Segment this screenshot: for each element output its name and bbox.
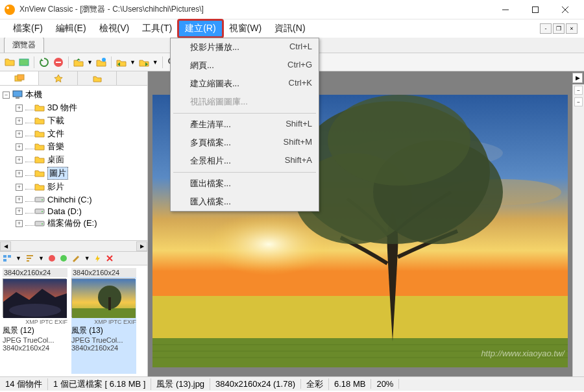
- status-selected: 1 個已選檔案 [ 6.18 MB ]: [48, 378, 151, 390]
- menu-slideshow[interactable]: 投影片播放...Ctrl+L: [171, 38, 319, 56]
- svg-rect-25: [3, 259, 6, 262]
- preview-scrollbar[interactable]: − −: [572, 84, 584, 376]
- tree-scrollbar[interactable]: ◀ ▶: [0, 240, 147, 251]
- thumbnail-list: 3840x2160x24XMP IPTC EXIF風景 (12)JPEG Tru…: [0, 265, 147, 376]
- tree-item[interactable]: +下載: [0, 114, 147, 127]
- menu-view[interactable]: 檢視(V): [93, 20, 136, 37]
- expand-icon[interactable]: +: [16, 208, 23, 215]
- menu-contact-sheet[interactable]: 建立縮圖表...Ctrl+K: [171, 75, 319, 93]
- menu-multipage[interactable]: 多頁檔案...Shift+M: [171, 134, 319, 152]
- scan-icon[interactable]: [18, 56, 30, 68]
- view-icon[interactable]: [3, 254, 12, 262]
- menu-edit[interactable]: 編輯(E): [49, 20, 93, 37]
- menu-video-thumb: 視訊縮圖圖庫...: [171, 93, 319, 111]
- thumb-name: 風景 (12): [3, 325, 67, 336]
- svg-point-27: [60, 255, 67, 262]
- tree-item[interactable]: +音樂: [0, 140, 147, 153]
- expand-icon[interactable]: +: [16, 130, 23, 138]
- svg-rect-21: [35, 221, 44, 226]
- thumb-name: 風景 (13): [71, 325, 136, 336]
- thumbnail-item[interactable]: 3840x2160x24XMP IPTC EXIF風景 (13)JPEG Tru…: [71, 268, 136, 374]
- computer-icon: [12, 90, 23, 100]
- folder-icon: [34, 116, 45, 126]
- expand-icon[interactable]: +: [16, 143, 23, 151]
- tree-item[interactable]: +桌面: [0, 153, 147, 166]
- tree-item[interactable]: +Chihchi (C:): [0, 193, 147, 205]
- window-close-button[interactable]: [550, 0, 580, 19]
- thumb-image: [71, 278, 135, 317]
- delete-icon[interactable]: [106, 254, 114, 262]
- svg-point-18: [42, 199, 43, 201]
- svg-rect-16: [16, 97, 19, 99]
- folder-tree[interactable]: − 本機 +3D 物件+下載+文件+音樂+桌面+圖片+影片+Chihchi (C…: [0, 86, 147, 240]
- watermark-text: http://www.xiaoyao.tw/: [481, 349, 565, 358]
- open-icon[interactable]: [4, 56, 16, 68]
- refresh-icon[interactable]: [38, 56, 50, 68]
- scroll-right-button[interactable]: ▶: [136, 241, 147, 251]
- menu-listing[interactable]: 產生清單...Shift+L: [171, 116, 319, 134]
- tree-item[interactable]: +3D 物件: [0, 101, 147, 114]
- mdi-minimize-button[interactable]: -: [540, 23, 552, 34]
- svg-rect-23: [3, 255, 6, 258]
- tree-item[interactable]: +檔案備份 (E:): [0, 217, 147, 230]
- sort-icon[interactable]: [25, 254, 34, 262]
- svg-point-22: [42, 223, 43, 225]
- up-folder-icon[interactable]: [73, 56, 84, 68]
- panel-toggle-button[interactable]: ▶: [572, 73, 583, 83]
- menu-panorama[interactable]: 全景相片...Shift+A: [171, 152, 319, 170]
- mdi-restore-button[interactable]: ❐: [553, 23, 565, 34]
- tree-root[interactable]: − 本機: [0, 88, 147, 101]
- menu-info[interactable]: 資訊(N): [268, 20, 311, 37]
- expand-icon[interactable]: +: [16, 156, 23, 164]
- menu-window[interactable]: 視窗(W): [223, 20, 269, 37]
- expand-icon[interactable]: +: [16, 184, 23, 191]
- drive-icon: [34, 194, 45, 204]
- tree-item[interactable]: +文件: [0, 127, 147, 140]
- tab-categories[interactable]: [78, 71, 117, 85]
- tab-browser[interactable]: 瀏覽器: [4, 37, 44, 53]
- tree-item[interactable]: +Data (D:): [0, 205, 147, 217]
- menu-create[interactable]: 建立(R): [178, 20, 222, 37]
- tab-favorites[interactable]: [39, 71, 78, 85]
- expand-icon[interactable]: +: [16, 104, 23, 112]
- expand-icon[interactable]: +: [16, 170, 23, 177]
- tool-icon[interactable]: [71, 254, 80, 262]
- scroll-down-button[interactable]: −: [574, 97, 583, 106]
- scroll-up-button[interactable]: −: [574, 86, 583, 95]
- thumb-dimensions: 3840x2160x24: [3, 268, 67, 277]
- filter-red-icon[interactable]: [48, 254, 56, 262]
- svg-rect-24: [8, 255, 11, 258]
- quick-icon[interactable]: [94, 254, 102, 262]
- tab-folders[interactable]: [0, 71, 39, 85]
- status-dimensions: 3840x2160x24 (1.78): [210, 379, 301, 389]
- filter-green-icon[interactable]: [60, 254, 67, 262]
- window-maximize-button[interactable]: [520, 0, 550, 19]
- window-minimize-button[interactable]: [491, 0, 520, 19]
- home-icon[interactable]: [95, 56, 107, 68]
- expand-icon[interactable]: +: [16, 196, 23, 203]
- left-panel: − 本機 +3D 物件+下載+文件+音樂+桌面+圖片+影片+Chihchi (C…: [0, 71, 148, 376]
- menu-import[interactable]: 匯入檔案...: [171, 193, 319, 211]
- menu-export[interactable]: 匯出檔案...: [171, 175, 319, 193]
- thumb-dimensions2: 3840x2160x24: [71, 344, 136, 352]
- stop-icon[interactable]: [53, 56, 64, 68]
- back-folder-icon[interactable]: [116, 56, 127, 68]
- menu-file[interactable]: 檔案(F): [6, 20, 49, 37]
- window-titlebar: XnView Classic - [瀏覽器 - C:\Users\chihchi…: [0, 0, 584, 19]
- svg-rect-15: [13, 91, 22, 97]
- scroll-left-button[interactable]: ◀: [0, 241, 11, 251]
- mdi-close-button[interactable]: ×: [566, 23, 578, 34]
- menu-tools[interactable]: 工具(T): [136, 20, 178, 37]
- folders-icon: [14, 74, 25, 83]
- menu-webpage[interactable]: 網頁...Ctrl+G: [171, 56, 319, 75]
- expand-icon[interactable]: +: [16, 117, 23, 125]
- forward-folder-icon[interactable]: [138, 56, 150, 68]
- thumb-dimensions2: 3840x2160x24: [3, 344, 67, 352]
- folder-icon: [92, 74, 103, 83]
- expand-icon[interactable]: +: [16, 220, 23, 227]
- create-menu-dropdown: 投影片播放...Ctrl+L 網頁...Ctrl+G 建立縮圖表...Ctrl+…: [170, 38, 319, 212]
- thumbnail-item[interactable]: 3840x2160x24XMP IPTC EXIF風景 (12)JPEG Tru…: [3, 268, 67, 374]
- collapse-icon[interactable]: −: [3, 92, 10, 99]
- tree-item[interactable]: +影片: [0, 180, 147, 193]
- tree-item[interactable]: +圖片: [0, 166, 147, 180]
